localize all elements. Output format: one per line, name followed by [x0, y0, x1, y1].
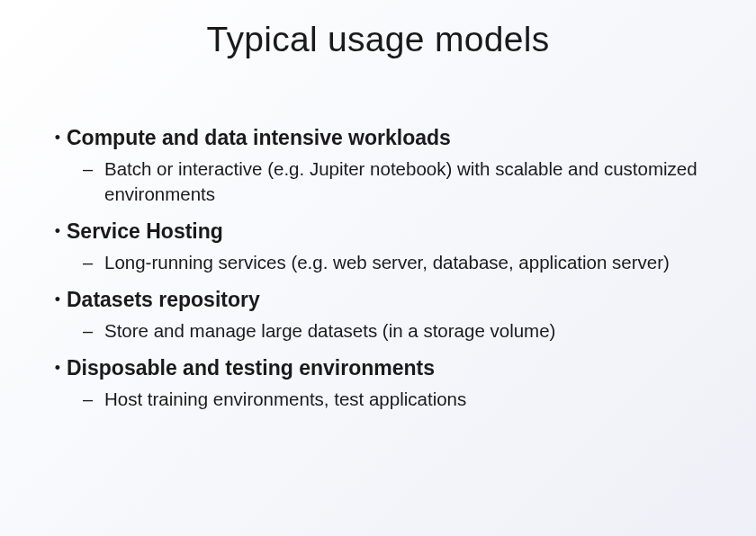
bullet-heading: Service Hosting	[67, 218, 223, 245]
bullet-item: • Compute and data intensive workloads	[45, 124, 711, 151]
bullet-subtext: Long-running services (e.g. web server, …	[104, 250, 674, 275]
slide-title: Typical usage models	[45, 20, 711, 59]
bullet-dot-icon: •	[45, 124, 67, 151]
bullet-heading: Disposable and testing environments	[67, 354, 435, 381]
bullet-dot-icon: •	[45, 218, 67, 245]
bullet-subitem: – Batch or interactive (e.g. Jupiter not…	[45, 156, 711, 207]
bullet-dot-icon: •	[45, 354, 67, 381]
bullet-heading: Datasets repository	[67, 286, 260, 313]
bullet-dash-icon: –	[83, 387, 104, 412]
bullet-subtext: Store and manage large datasets (in a st…	[104, 318, 560, 344]
bullet-dash-icon: –	[83, 250, 104, 275]
bullet-subitem: – Host training environments, test appli…	[45, 387, 711, 412]
bullet-item: • Service Hosting	[45, 218, 711, 245]
bullet-dash-icon: –	[83, 156, 104, 182]
bullet-dash-icon: –	[83, 318, 104, 344]
bullet-subitem: – Long-running services (e.g. web server…	[45, 250, 711, 275]
bullet-subitem: – Store and manage large datasets (in a …	[45, 318, 711, 344]
slide-content: • Compute and data intensive workloads –…	[45, 124, 711, 412]
bullet-dot-icon: •	[45, 286, 67, 313]
bullet-item: • Disposable and testing environments	[45, 354, 711, 381]
bullet-subtext: Batch or interactive (e.g. Jupiter noteb…	[104, 156, 711, 207]
bullet-heading: Compute and data intensive workloads	[67, 124, 451, 151]
bullet-subtext: Host training environments, test applica…	[104, 387, 471, 412]
bullet-item: • Datasets repository	[45, 286, 711, 313]
